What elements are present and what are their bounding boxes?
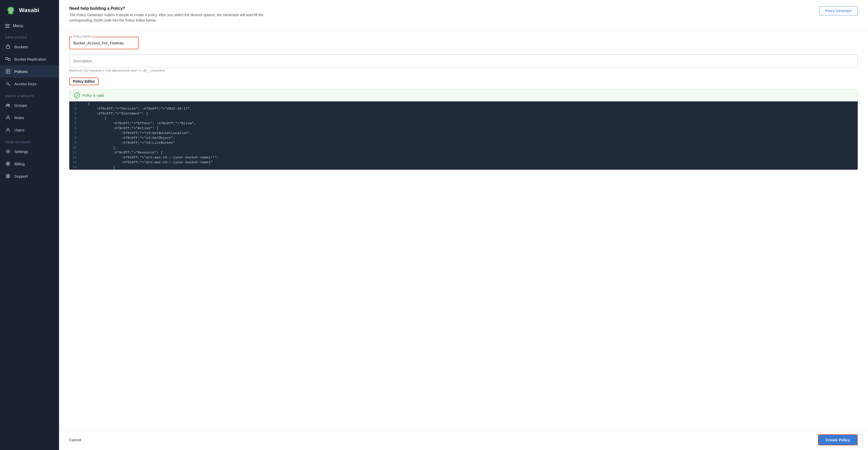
policy-generator-button[interactable]: Policy Generator bbox=[819, 6, 858, 16]
line-number: 8 bbox=[69, 136, 80, 141]
line-number: 4 bbox=[69, 116, 80, 121]
roles-label: Roles bbox=[14, 116, 24, 120]
replication-icon bbox=[5, 56, 11, 62]
code-editor[interactable]: 1 {2 :#79c0ff;">"Version": :#79c0ff;">"2… bbox=[69, 101, 858, 170]
description-input[interactable] bbox=[69, 55, 858, 67]
svg-rect-1 bbox=[6, 46, 10, 49]
footer-bar: Cancel Create Policy bbox=[59, 429, 868, 450]
bucket-replication-label: Bucket Replication bbox=[14, 57, 46, 61]
line-content: :#79c0ff;">"Resource": [ bbox=[80, 150, 163, 155]
svg-point-15 bbox=[7, 151, 9, 152]
menu-button[interactable]: Menu bbox=[0, 21, 59, 31]
cancel-button[interactable]: Cancel bbox=[69, 435, 81, 445]
code-line: 13 :#79c0ff;">"arn:aws:s3:::{your-bucket… bbox=[69, 160, 858, 165]
svg-rect-2 bbox=[6, 58, 8, 60]
key-icon bbox=[5, 81, 11, 87]
line-content: :#79c0ff;">"s3:ListBucket" bbox=[80, 141, 175, 145]
help-banner-text: Need help building a Policy? The Policy … bbox=[69, 6, 265, 23]
line-content: :#79c0ff;">"arn:aws:s3:::{your-bucket-na… bbox=[80, 160, 213, 165]
policy-name-input-wrapper: Policy Name bbox=[69, 37, 138, 49]
policies-label: Policies bbox=[14, 69, 28, 74]
sidebar-item-groups[interactable]: Groups bbox=[0, 99, 59, 112]
code-line: 8 :#79c0ff;">"s3:GetObject", bbox=[69, 136, 858, 141]
sidebar: Wasabi Menu Data Access Buckets Bucket R… bbox=[0, 0, 59, 450]
main-content: Need help building a Policy? The Policy … bbox=[59, 0, 868, 450]
billing-icon bbox=[5, 161, 11, 167]
line-number: 7 bbox=[69, 131, 80, 136]
support-label: Support bbox=[14, 174, 28, 178]
description-group: Maximum 512 characters. Use alphanumeric… bbox=[69, 54, 858, 72]
line-content: { bbox=[80, 116, 106, 121]
line-content: :#79c0ff;">"arn:aws:s3:::{your-bucket-na… bbox=[80, 155, 219, 160]
sidebar-item-support[interactable]: Support bbox=[0, 170, 59, 182]
line-content: :#79c0ff;">"Version": :#79c0ff;">"2012-1… bbox=[80, 106, 192, 111]
code-line: 5 :#79c0ff;">"Effect": :#79c0ff;">"Allow… bbox=[69, 121, 858, 126]
code-line: 2 :#79c0ff;">"Version": :#79c0ff;">"2012… bbox=[69, 106, 858, 111]
line-number: 5 bbox=[69, 121, 80, 126]
sidebar-item-users[interactable]: Users bbox=[0, 124, 59, 136]
support-icon bbox=[5, 173, 11, 179]
help-banner-description: The Policy Generator makes it simple to … bbox=[69, 12, 265, 23]
sidebar-item-access-keys[interactable]: Access Keys bbox=[0, 78, 59, 90]
policy-name-group: Policy Name bbox=[69, 37, 858, 49]
svg-point-12 bbox=[8, 104, 10, 106]
policy-valid-banner: Policy is valid bbox=[69, 89, 858, 101]
code-line: 7 :#79c0ff;">"s3:GetBucketLocation", bbox=[69, 131, 858, 136]
line-content: :#79c0ff;">"s3:GetBucketLocation", bbox=[80, 131, 192, 136]
code-line: 1 { bbox=[69, 101, 858, 106]
sidebar-item-settings[interactable]: Settings bbox=[0, 145, 59, 158]
line-number: 3 bbox=[69, 111, 80, 116]
users-icon bbox=[5, 127, 11, 133]
code-line: 6 :#79c0ff;">"Action": [ bbox=[69, 126, 858, 131]
groups-icon bbox=[5, 102, 11, 108]
description-hint: Maximum 512 characters. Use alphanumeric… bbox=[69, 69, 858, 72]
line-content: { bbox=[80, 101, 90, 106]
svg-point-19 bbox=[74, 93, 80, 98]
line-number: 6 bbox=[69, 126, 80, 131]
line-content: :#79c0ff;">"Effect": :#79c0ff;">"Allow", bbox=[80, 121, 196, 126]
svg-rect-3 bbox=[8, 59, 10, 61]
line-number: 1 bbox=[69, 101, 80, 106]
settings-label: Settings bbox=[14, 149, 28, 154]
policy-name-input[interactable] bbox=[70, 37, 138, 49]
create-policy-button[interactable]: Create Policy bbox=[818, 434, 858, 445]
form-section: Policy Name Maximum 512 characters. Use … bbox=[59, 30, 868, 177]
help-banner: Need help building a Policy? The Policy … bbox=[59, 0, 868, 30]
svg-point-14 bbox=[7, 128, 9, 130]
code-line: 4 { bbox=[69, 116, 858, 121]
line-content: :#79c0ff;">"Statement": [ bbox=[80, 111, 148, 116]
logo-text: Wasabi bbox=[19, 7, 39, 13]
access-keys-label: Access Keys bbox=[14, 82, 36, 86]
settings-icon bbox=[5, 149, 11, 154]
code-line: 9 :#79c0ff;">"s3:ListBucket" bbox=[69, 141, 858, 145]
section-data-access: Data Access bbox=[0, 31, 59, 40]
line-number: 11 bbox=[69, 150, 80, 155]
description-input-wrapper bbox=[69, 54, 858, 67]
roles-icon bbox=[5, 115, 11, 120]
code-line: 3 :#79c0ff;">"Statement": [ bbox=[69, 111, 858, 116]
sidebar-item-bucket-replication[interactable]: Bucket Replication bbox=[0, 53, 59, 65]
code-line: 12 :#79c0ff;">"arn:aws:s3:::{your-bucket… bbox=[69, 155, 858, 160]
groups-label: Groups bbox=[14, 103, 27, 108]
policy-valid-text: Policy is valid bbox=[82, 93, 104, 97]
billing-label: Billing bbox=[14, 162, 25, 166]
sidebar-item-billing[interactable]: Billing bbox=[0, 158, 59, 170]
policies-icon bbox=[5, 68, 11, 74]
line-number: 14 bbox=[69, 165, 80, 170]
svg-point-13 bbox=[7, 116, 9, 118]
sidebar-item-roles[interactable]: Roles bbox=[0, 112, 59, 124]
buckets-label: Buckets bbox=[14, 45, 28, 49]
sidebar-item-policies[interactable]: Policies bbox=[0, 65, 59, 78]
line-number: 9 bbox=[69, 141, 80, 145]
logo-area: Wasabi bbox=[0, 0, 59, 21]
bucket-icon bbox=[5, 44, 11, 50]
valid-check-icon bbox=[74, 93, 80, 98]
code-line: 14 ] bbox=[69, 165, 858, 170]
svg-point-11 bbox=[6, 104, 8, 106]
line-number: 13 bbox=[69, 160, 80, 165]
menu-label: Menu bbox=[13, 24, 23, 28]
line-number: 2 bbox=[69, 106, 80, 111]
sidebar-item-buckets[interactable]: Buckets bbox=[0, 40, 59, 53]
line-content: ], bbox=[80, 145, 117, 150]
line-content: :#79c0ff;">"Action": [ bbox=[80, 126, 159, 131]
